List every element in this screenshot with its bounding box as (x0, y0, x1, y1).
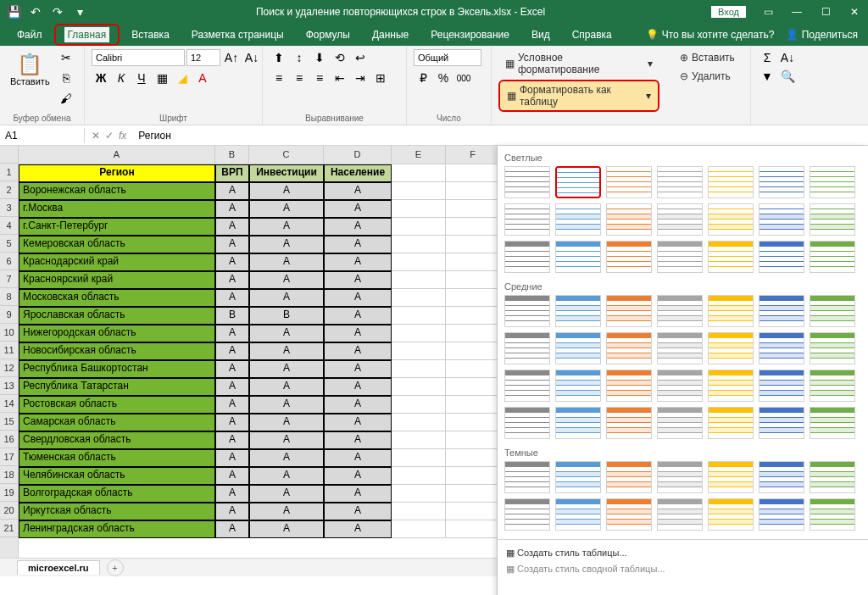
data-cell[interactable]: A (324, 325, 392, 342)
table-style-swatch[interactable] (555, 332, 601, 364)
data-cell[interactable]: A (249, 182, 324, 200)
region-cell[interactable]: Нижегородская область (19, 325, 215, 342)
table-style-swatch[interactable] (708, 241, 754, 273)
empty-cell[interactable] (392, 396, 446, 414)
table-style-swatch[interactable] (657, 295, 703, 327)
tab-insert[interactable]: Вставка (121, 25, 180, 44)
table-style-swatch[interactable] (555, 295, 601, 327)
empty-cell[interactable] (392, 182, 446, 200)
table-style-swatch[interactable] (504, 498, 550, 531)
tab-formulas[interactable]: Формулы (296, 25, 360, 44)
region-cell[interactable]: Челябинская область (19, 467, 215, 485)
empty-cell[interactable] (446, 218, 500, 236)
data-cell[interactable]: A (324, 467, 392, 485)
region-cell[interactable]: Волгоградская область (19, 485, 215, 503)
data-cell[interactable]: A (249, 271, 324, 289)
empty-cell[interactable] (446, 467, 500, 485)
row-header[interactable]: 3 (0, 199, 18, 217)
table-style-swatch[interactable] (555, 203, 601, 236)
row-header[interactable]: 9 (0, 306, 18, 324)
table-style-swatch[interactable] (606, 461, 652, 493)
table-style-swatch[interactable] (759, 370, 804, 402)
decrease-indent-icon[interactable]: ⇤ (331, 70, 349, 86)
empty-cell[interactable] (392, 164, 446, 182)
table-style-swatch[interactable] (606, 166, 652, 198)
region-cell[interactable]: Свердловская область (19, 431, 215, 449)
table-style-swatch[interactable] (759, 241, 804, 273)
empty-cell[interactable] (446, 431, 500, 449)
tab-home[interactable]: Главная (64, 27, 110, 42)
data-cell[interactable]: A (249, 218, 324, 236)
name-box[interactable]: A1 (0, 128, 85, 143)
table-style-swatch[interactable] (708, 407, 754, 439)
header-cell[interactable]: ВРП (215, 164, 249, 182)
data-cell[interactable]: A (215, 200, 249, 218)
table-style-swatch[interactable] (606, 370, 652, 402)
data-cell[interactable]: A (249, 200, 324, 218)
align-left-icon[interactable]: ≡ (270, 70, 288, 86)
autosum-icon[interactable]: Σ (758, 49, 776, 66)
table-style-swatch[interactable] (504, 295, 550, 327)
empty-cell[interactable] (392, 431, 446, 449)
table-style-swatch[interactable] (504, 461, 550, 493)
add-sheet-button[interactable]: + (107, 559, 124, 576)
table-style-swatch[interactable] (759, 332, 804, 364)
empty-cell[interactable] (392, 200, 446, 218)
table-style-swatch[interactable] (810, 241, 855, 273)
formula-input[interactable]: Регион (133, 128, 868, 143)
row-header[interactable]: 18 (0, 466, 18, 484)
table-style-swatch[interactable] (810, 370, 855, 402)
decrease-font-icon[interactable]: A↓ (242, 49, 261, 66)
row-header[interactable]: 6 (0, 253, 18, 270)
empty-cell[interactable] (392, 378, 446, 396)
italic-icon[interactable]: К (112, 70, 131, 86)
empty-cell[interactable] (392, 289, 446, 307)
select-all-corner[interactable] (0, 146, 18, 164)
data-cell[interactable]: A (249, 520, 324, 538)
format-as-table-button[interactable]: ▦ Форматировать как таблицу ▾ (498, 80, 659, 112)
table-style-swatch[interactable] (504, 241, 550, 273)
row-header[interactable]: 7 (0, 270, 18, 288)
table-style-swatch[interactable] (606, 332, 652, 364)
data-cell[interactable]: A (215, 503, 249, 520)
empty-cell[interactable] (446, 253, 500, 271)
region-cell[interactable]: Самарская область (19, 414, 215, 431)
align-center-icon[interactable]: ≡ (290, 70, 309, 86)
format-painter-icon[interactable]: 🖌 (57, 90, 75, 107)
table-style-swatch[interactable] (708, 332, 754, 364)
table-style-swatch[interactable] (555, 461, 601, 493)
data-cell[interactable]: A (324, 253, 392, 271)
cut-icon[interactable]: ✂ (57, 49, 75, 66)
table-style-swatch[interactable] (555, 407, 601, 439)
table-style-swatch[interactable] (759, 166, 804, 198)
thousands-icon[interactable]: 000 (454, 70, 473, 86)
table-style-swatch[interactable] (657, 332, 703, 364)
col-header-d[interactable]: D (324, 146, 392, 164)
table-style-swatch[interactable] (708, 203, 754, 236)
empty-cell[interactable] (446, 182, 500, 200)
table-style-swatch[interactable] (810, 407, 855, 439)
data-cell[interactable]: A (249, 325, 324, 342)
data-cell[interactable]: A (249, 378, 324, 396)
data-cell[interactable]: A (324, 218, 392, 236)
data-cell[interactable]: A (249, 414, 324, 431)
region-cell[interactable]: Красноярский край (19, 271, 215, 289)
row-header[interactable]: 2 (0, 181, 18, 199)
empty-cell[interactable] (446, 325, 500, 342)
header-cell[interactable]: Инвестиции (249, 164, 324, 182)
data-cell[interactable]: A (215, 485, 249, 503)
empty-cell[interactable] (392, 307, 446, 325)
data-cell[interactable]: A (324, 236, 392, 253)
table-style-swatch[interactable] (759, 295, 804, 327)
font-color-icon[interactable]: A (193, 70, 212, 86)
empty-cell[interactable] (392, 236, 446, 253)
region-cell[interactable]: Ярославская область (19, 307, 215, 325)
empty-cell[interactable] (392, 253, 446, 271)
row-header[interactable]: 8 (0, 288, 18, 306)
table-style-swatch[interactable] (657, 241, 703, 273)
col-header-b[interactable]: B (215, 146, 249, 164)
increase-indent-icon[interactable]: ⇥ (351, 70, 370, 86)
cancel-formula-icon[interactable]: ✕ (92, 130, 100, 142)
font-size-combo[interactable]: 12 (186, 49, 220, 66)
empty-cell[interactable] (446, 271, 500, 289)
